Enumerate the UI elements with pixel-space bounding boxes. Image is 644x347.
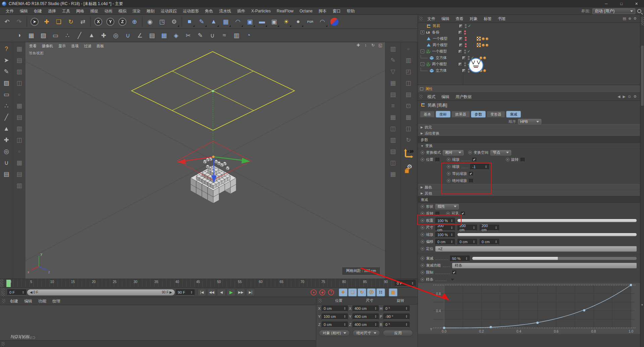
texture-tag[interactable] <box>477 37 481 41</box>
polygon-mode-icon[interactable]: ▲ <box>1 123 12 134</box>
key-rotation-icon[interactable]: ↻ <box>358 288 366 296</box>
texture-tag[interactable] <box>477 43 481 47</box>
offset-field-2[interactable]: 0 cm▲▼ <box>480 239 499 245</box>
enabled-check-icon[interactable]: ✓ <box>468 24 472 28</box>
mesh-palette-icon-10[interactable]: ▦ <box>14 157 25 168</box>
coord-system-icon[interactable]: ⊕ <box>129 16 140 27</box>
array-tool-icon[interactable]: ▦ <box>158 30 170 41</box>
mirror-tool-icon[interactable]: ◈ <box>170 30 182 41</box>
falloff-slider[interactable] <box>472 257 637 260</box>
prev-frame-icon[interactable]: ◀ <box>217 289 226 296</box>
layer-badge[interactable] <box>458 50 462 54</box>
right-palette-a-icon-5[interactable]: ≡ <box>388 100 398 111</box>
key-parameter-icon[interactable]: Ⓟ <box>367 288 376 296</box>
panel-grip[interactable] <box>0 279 3 288</box>
coord-field[interactable]: 400 cm▲▼ <box>353 322 379 328</box>
spinner-icon[interactable]: ▲▼ <box>449 240 453 244</box>
param-circle-icon[interactable] <box>446 212 450 215</box>
material-menu-0[interactable]: 创建 <box>7 297 21 305</box>
select-tool-icon[interactable]: ➤ <box>1 55 12 66</box>
model-mode-icon[interactable]: ▦ <box>25 30 37 41</box>
mograph-cloner-icon[interactable]: ▣ <box>244 16 256 27</box>
undo-icon[interactable]: ↶ <box>1 16 13 27</box>
panel-grip[interactable] <box>1 288 5 297</box>
menu-item-18[interactable]: Octane <box>297 7 316 15</box>
spinner-icon[interactable]: ▲▼ <box>464 257 468 260</box>
menu-item-11[interactable]: 运动跟踪 <box>158 7 180 15</box>
tree-row-备份[interactable]: +L0备份 <box>418 29 640 36</box>
rotate-icon[interactable]: ↻ <box>65 16 76 27</box>
lock-icon[interactable]: ⚙ <box>633 94 637 99</box>
param-circle-icon[interactable] <box>421 264 424 267</box>
right-palette-a-icon-1[interactable]: ✎ <box>388 55 398 66</box>
render-region-icon[interactable]: ◳ <box>156 16 168 27</box>
am-menu-0[interactable]: 模式 <box>424 93 438 100</box>
maximize-button[interactable]: □ <box>614 0 629 7</box>
right-palette-a-icon-4[interactable]: ▤ <box>388 89 398 100</box>
mesh-palette-icon-2[interactable]: ▥ <box>14 66 25 77</box>
menu-item-1[interactable]: 编辑 <box>17 7 31 15</box>
spinner-icon[interactable]: ▲▼ <box>373 323 377 326</box>
section-冻结变换[interactable]: ▶冻结变换 <box>418 130 640 136</box>
spinner-icon[interactable]: ▲▼ <box>472 240 475 244</box>
menu-item-0[interactable]: 文件 <box>3 7 17 15</box>
pen-tool-icon[interactable]: ✎ <box>1 66 12 77</box>
param-circle-icon[interactable] <box>506 158 509 161</box>
section-四元[interactable]: ▶四元 <box>418 124 640 130</box>
psr-icon[interactable]: PSR <box>305 16 316 27</box>
mesh-palette-icon-12[interactable]: ▥ <box>14 180 25 191</box>
viewport-menu-5[interactable]: 面板 <box>94 43 106 49</box>
right-palette-b-icon-0[interactable]: ▫ <box>403 44 414 54</box>
visibility-dots[interactable] <box>465 37 467 41</box>
menu-item-17[interactable]: RealFlow <box>274 7 297 15</box>
spinner-icon[interactable]: ▲▼ <box>494 240 497 244</box>
falloff-spline-graph[interactable]: 0.40.80.00.20.40.60.81.0Y <box>418 283 640 334</box>
tab-变形器[interactable]: 变形器 <box>487 111 505 118</box>
smooth-tool-icon[interactable]: ≈ <box>219 30 230 41</box>
motion-system-icon[interactable]: ▤ <box>389 288 397 296</box>
toggle-view-icon[interactable]: ◱ <box>378 43 383 48</box>
material-icon[interactable]: ● <box>292 16 304 27</box>
visibility-dots[interactable] <box>464 62 466 66</box>
workplane-mode-icon[interactable]: ▭ <box>50 30 61 41</box>
mesh-palette-icon-6[interactable]: ▤ <box>14 112 25 123</box>
lock-z-icon[interactable]: Z <box>117 16 128 27</box>
spinner-icon[interactable]: ▲▼ <box>373 315 377 318</box>
right-palette-b-icon-8[interactable]: ↻ <box>403 135 414 145</box>
expand-icon[interactable]: − <box>421 62 424 66</box>
layer-badge[interactable] <box>459 43 463 47</box>
plugin-sphere-icon[interactable] <box>329 16 340 27</box>
param-circle-icon[interactable] <box>421 233 424 236</box>
visibility-dots[interactable] <box>465 24 467 28</box>
end-frame-field[interactable]: 90 F ▲▼ <box>176 289 195 295</box>
autokey-icon[interactable]: ◆ <box>318 288 326 296</box>
param-circle-icon[interactable] <box>421 278 424 281</box>
spinner-icon[interactable]: ▲▼ <box>449 233 453 236</box>
tag-dot-icon[interactable] <box>482 38 485 40</box>
spinner-icon[interactable]: ▲▼ <box>472 226 475 229</box>
param-circle-icon[interactable] <box>447 179 450 183</box>
coord-field[interactable]: 0 °▲▼ <box>383 305 410 311</box>
right-palette-a-icon-10[interactable]: ◫ <box>388 157 398 168</box>
redo-icon[interactable]: ↷ <box>13 16 25 27</box>
viewport-menu-0[interactable]: 查看 <box>27 43 39 49</box>
zoom-view-icon[interactable]: ↕ <box>363 43 368 48</box>
mesh-palette-icon-9[interactable]: ▫ <box>14 146 25 157</box>
goto-start-icon[interactable]: |◀ <box>198 289 206 296</box>
checkbox[interactable]: ✔ <box>452 271 456 275</box>
bend-deformer-icon[interactable]: ◠ <box>232 16 244 27</box>
right-palette-a-icon-6[interactable]: ▦ <box>388 112 398 123</box>
spinner-icon[interactable]: ▲▼ <box>404 307 408 310</box>
knife-tool-icon[interactable]: ✂ <box>182 30 194 41</box>
mesh-palette-icon-0[interactable]: ▦ <box>14 44 25 54</box>
param-circle-icon[interactable] <box>421 240 424 244</box>
menu-item-5[interactable]: 网格 <box>73 7 87 15</box>
right-palette-b-icon-1[interactable]: ▥ <box>403 55 414 66</box>
mesh-palette-icon-5[interactable]: ▦ <box>14 100 25 111</box>
filter-icon[interactable]: ▤ <box>623 16 626 21</box>
panel-grip[interactable] <box>1 342 5 346</box>
make-editable-icon[interactable]: ◑ <box>13 30 25 41</box>
scrollbar-thumb[interactable] <box>641 46 644 106</box>
param-circle-icon[interactable] <box>421 219 424 222</box>
om-menu-5[interactable]: 书签 <box>495 15 509 22</box>
